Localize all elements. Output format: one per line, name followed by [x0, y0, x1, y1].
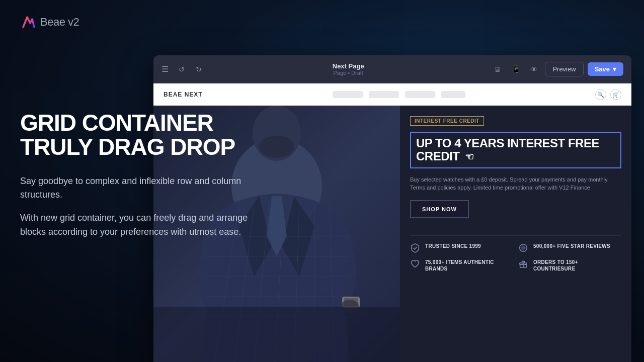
save-label: Save	[595, 65, 610, 73]
topbar-right: 🖥 📱 👁 Preview Save ▾	[491, 62, 623, 76]
eye-button[interactable]: 👁	[527, 62, 541, 76]
headline-line2: TRULY DRAG DROP	[20, 135, 252, 159]
feature-item-2: 75,000+ ITEMS AUTHENTIC BRANDS	[410, 259, 513, 272]
chevron-down-icon: ▾	[613, 65, 616, 73]
desktop-view-button[interactable]: 🖥	[491, 62, 505, 76]
cart-nav-icon[interactable]: 🛒	[610, 89, 621, 100]
search-nav-icon[interactable]: 🔍	[595, 89, 606, 100]
headline: GRID CONTAINER TRULY DRAG DROP	[20, 111, 252, 159]
redo-button[interactable]: ↻	[192, 62, 206, 76]
topbar-center: Next Page Page • Draft	[212, 62, 485, 76]
nav-link-3	[405, 91, 435, 98]
feature-item-1: 500,000+ FIVE STAR REVIEWS	[518, 243, 621, 254]
nav-links	[213, 91, 585, 98]
nav-brand: BEAE NEXT	[164, 91, 203, 98]
editor-navbar: BEAE NEXT 🔍 🛒	[153, 83, 631, 106]
feature-text-1: 500,000+ FIVE STAR REVIEWS	[533, 243, 610, 249]
logo-brand: Beae	[40, 16, 65, 28]
left-content: GRID CONTAINER TRULY DRAG DROP Say goodb…	[20, 111, 252, 248]
credit-description: Buy selected watches with a £0 deposit. …	[410, 175, 621, 192]
nav-icons: 🔍 🛒	[595, 89, 621, 100]
feature-text-3: ORDERS TO 150+ COUNTRIESURE	[533, 259, 621, 272]
logo-text: Beae v2	[40, 16, 79, 29]
svg-rect-18	[153, 307, 400, 362]
topbar-title: Next Page	[333, 62, 364, 70]
features-grid: TRUSTED SINCE 1999 500,000+ FIVE STAR RE…	[410, 243, 621, 272]
nav-link-4	[441, 91, 465, 98]
undo-button[interactable]: ↺	[175, 62, 189, 76]
description-para1: Say goodbye to complex and inflexible ro…	[20, 174, 252, 203]
menu-icon[interactable]: ☰	[162, 64, 169, 74]
credit-heading: UP TO 4 YEARS INTEREST FREE CREDIT ☜	[416, 137, 615, 163]
star-icon	[518, 243, 529, 254]
topbar-actions: ↺ ↻	[175, 62, 206, 76]
logo-area: Beae v2	[20, 14, 79, 30]
save-button[interactable]: Save ▾	[588, 62, 623, 76]
credit-heading-box[interactable]: UP TO 4 YEARS INTEREST FREE CREDIT ☜	[410, 132, 621, 168]
cursor-hand-icon: ☜	[465, 151, 474, 162]
headline-line1: GRID CONTAINER	[20, 111, 252, 135]
topbar-subtitle: Page • Draft	[333, 70, 363, 76]
logo-version: v2	[65, 16, 79, 28]
shop-now-button[interactable]: SHOP NOW	[410, 200, 469, 218]
svg-point-2	[259, 136, 294, 158]
preview-button[interactable]: Preview	[545, 62, 583, 76]
editor-topbar: ☰ ↺ ↻ Next Page Page • Draft 🖥 📱 👁 Previ…	[153, 55, 631, 83]
feature-text-0: TRUSTED SINCE 1999	[425, 243, 481, 249]
nav-link-1	[333, 91, 363, 98]
mobile-view-button[interactable]: 📱	[509, 62, 523, 76]
beae-logo-icon	[20, 14, 36, 30]
feature-item-0: TRUSTED SINCE 1999	[410, 243, 513, 254]
feature-item-3: ORDERS TO 150+ COUNTRIESURE	[518, 259, 621, 272]
feature-text-2: 75,000+ ITEMS AUTHENTIC BRANDS	[425, 259, 513, 272]
panel-divider	[410, 235, 621, 236]
content-panel: INTEREST FREE CREDIT UP TO 4 YEARS INTER…	[400, 106, 631, 362]
description-para2: With new grid container, you can freely …	[20, 211, 252, 239]
shield-icon	[410, 243, 421, 254]
credit-heading-text: UP TO 4 YEARS INTEREST FREE CREDIT	[416, 136, 599, 163]
gift-icon	[518, 259, 529, 270]
nav-link-2	[369, 91, 399, 98]
heart-icon	[410, 259, 421, 270]
credit-tag: INTEREST FREE CREDIT	[410, 116, 484, 126]
